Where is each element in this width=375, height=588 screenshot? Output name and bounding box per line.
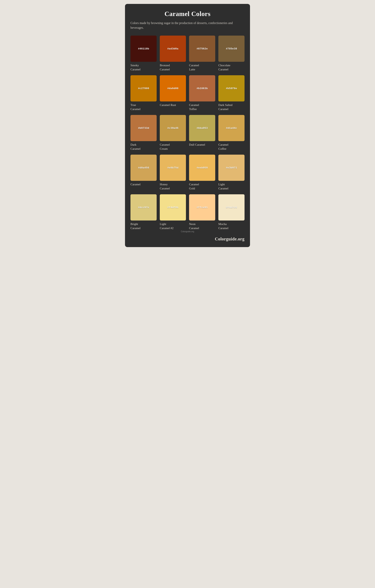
color-name-label: True Caramel xyxy=(131,103,141,111)
color-name-label: Dark Salted Caramel xyxy=(218,103,233,111)
color-hex-label: #da6d00 xyxy=(167,87,178,90)
color-swatch: #d0a456 xyxy=(131,155,157,181)
color-hex-label: #d1a44c xyxy=(226,127,237,130)
color-hex-label: #f4e7c6 xyxy=(226,206,237,209)
footer-text: Colorguide.org xyxy=(131,237,244,242)
color-item: #e8b75dHoney Caramel xyxy=(160,155,186,190)
color-item: #bba953Dull Caramel xyxy=(189,115,215,151)
color-swatch: #f4e7c6 xyxy=(218,194,244,220)
color-swatch: #46110b xyxy=(131,36,157,62)
color-name-label: Caramel Latte xyxy=(189,63,199,71)
color-item: #b9733dDark Caramel xyxy=(131,115,157,151)
color-name-label: Caramel Rust xyxy=(160,103,176,107)
color-swatch: #785e38 xyxy=(218,36,244,62)
color-name-label: Smoky Caramel xyxy=(131,63,141,71)
color-name-label: Light Caramel xyxy=(218,182,228,190)
color-hex-label: #ffce91 xyxy=(196,206,208,209)
color-hex-label: #dcc97e xyxy=(138,206,149,209)
color-item: #f4e7c6Mocha Caramel xyxy=(218,194,244,230)
color-swatch: #e3b971 xyxy=(218,155,244,181)
color-name-label: Neon Caramel xyxy=(189,222,199,230)
color-item: #46110bSmoky Caramel xyxy=(131,36,157,71)
color-swatch: #b58f0e xyxy=(218,75,244,101)
color-name-label: Bronzed Caramel xyxy=(160,63,170,71)
color-hex-label: #e3b971 xyxy=(226,166,237,169)
color-name-label: Caramel Coffee xyxy=(218,143,228,151)
color-item: #785e38Chocolate Caramel xyxy=(218,36,244,71)
color-swatch: #ad3d0a xyxy=(160,36,186,62)
color-swatch: #eeb959 xyxy=(189,155,215,181)
color-item: #ad3d0aBronzed Caramel xyxy=(160,36,186,71)
color-hex-label: #87562e xyxy=(196,47,208,50)
color-swatch: #dcc97e xyxy=(131,194,157,220)
color-item: #b1663bCaramel Toffee xyxy=(189,75,215,111)
color-name-label: Honey Caramel xyxy=(160,182,170,190)
color-name-label: Dull Caramel xyxy=(189,143,205,147)
page-description: Colors made by browning sugar in the pro… xyxy=(131,21,244,30)
color-hex-label: #bba953 xyxy=(196,127,208,130)
color-hex-label: #eeb959 xyxy=(196,166,208,169)
color-item: #c27800True Caramel xyxy=(131,75,157,111)
color-grid: #46110bSmoky Caramel#ad3d0aBronzed Caram… xyxy=(131,36,244,230)
color-name-label: Caramel Gold xyxy=(189,182,199,190)
color-name-label: Caramel Toffee xyxy=(189,103,199,111)
page-title: Caramel Colors xyxy=(131,10,244,18)
color-swatch: #f4df8b xyxy=(160,194,186,220)
color-item: #b58f0eDark Salted Caramel xyxy=(218,75,244,111)
color-item: #c39a46Caramel Cream xyxy=(160,115,186,151)
color-item: #87562eCaramel Latte xyxy=(189,36,215,71)
color-hex-label: #c39a46 xyxy=(167,127,178,130)
color-swatch: #c27800 xyxy=(131,75,157,101)
color-swatch: #87562e xyxy=(189,36,215,62)
color-item: #d0a456Caramel xyxy=(131,155,157,190)
color-item: #e3b971Light Caramel xyxy=(218,155,244,190)
color-item: #d1a44cCaramel Coffee xyxy=(218,115,244,151)
color-name-label: Bright Caramel xyxy=(131,222,141,230)
color-swatch: #ffce91 xyxy=(189,194,215,220)
color-hex-label: #d0a456 xyxy=(138,166,149,169)
main-card: Caramel Colors Colors made by browning s… xyxy=(125,4,250,247)
color-hex-label: #f4df8b xyxy=(167,206,178,209)
color-swatch: #c39a46 xyxy=(160,115,186,141)
color-name-label: Mocha Caramel xyxy=(218,222,228,230)
color-swatch: #b9733d xyxy=(131,115,157,141)
color-hex-label: #c27800 xyxy=(138,87,149,90)
color-name-label: Caramel xyxy=(131,182,141,187)
color-swatch: #d1a44c xyxy=(218,115,244,141)
color-hex-label: #b58f0e xyxy=(226,87,237,90)
color-item: #f4df8bLight Caramel #2 xyxy=(160,194,186,230)
color-item: #dcc97eBright Caramel xyxy=(131,194,157,230)
color-swatch: #bba953 xyxy=(189,115,215,141)
color-name-label: Dark Caramel xyxy=(131,143,141,151)
color-hex-label: #ad3d0a xyxy=(167,47,178,50)
watermark-text: Colorguide.org xyxy=(131,231,244,233)
color-name-label: Chocolate Caramel xyxy=(218,63,231,71)
color-name-label: Caramel Cream xyxy=(160,143,170,151)
color-hex-label: #46110b xyxy=(138,47,149,50)
color-item: #da6d00Caramel Rust xyxy=(160,75,186,111)
color-hex-label: #b9733d xyxy=(138,127,149,130)
color-hex-label: #b1663b xyxy=(196,87,208,90)
color-swatch: #e8b75d xyxy=(160,155,186,181)
color-hex-label: #e8b75d xyxy=(167,166,178,169)
color-hex-label: #785e38 xyxy=(226,47,237,50)
color-item: #eeb959Caramel Gold xyxy=(189,155,215,190)
color-swatch: #da6d00 xyxy=(160,75,186,101)
color-swatch: #b1663b xyxy=(189,75,215,101)
color-name-label: Light Caramel #2 xyxy=(160,222,173,230)
color-item: #ffce91Neon Caramel xyxy=(189,194,215,230)
